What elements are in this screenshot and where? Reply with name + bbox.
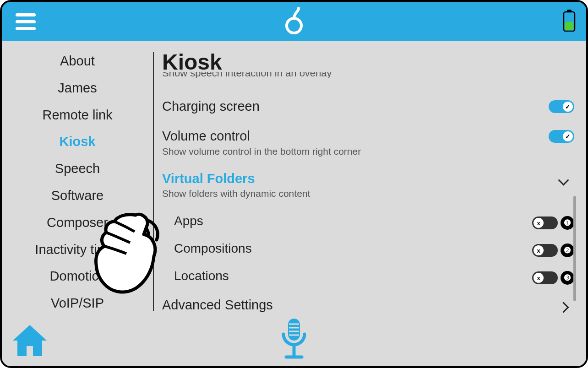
callout-badge-3: ❸ bbox=[561, 271, 574, 285]
setting-label: Charging screen bbox=[162, 98, 260, 114]
page-title: Kiosk bbox=[162, 49, 577, 75]
settings-sidebar: About James Remote link Kiosk Speech Sof… bbox=[2, 53, 153, 311]
svg-point-0 bbox=[287, 18, 301, 33]
sidebar-item-about[interactable]: About bbox=[2, 53, 153, 69]
setting-virtual-folders[interactable]: Virtual Folders Show folders with dynami… bbox=[162, 165, 577, 208]
sidebar-item-kiosk[interactable]: Kiosk bbox=[2, 134, 153, 150]
battery-icon bbox=[562, 10, 576, 33]
toggle-apps[interactable] bbox=[532, 216, 558, 229]
previous-item-subtitle: Show speech interaction in an overlay bbox=[162, 72, 577, 78]
sidebar-item-domotics[interactable]: Domotics bbox=[2, 268, 153, 284]
toggle-charging-screen[interactable] bbox=[549, 100, 574, 113]
svg-rect-3 bbox=[565, 22, 573, 30]
toggle-compositions[interactable] bbox=[532, 244, 558, 257]
sidebar-item-james[interactable]: James bbox=[2, 80, 153, 96]
app-body: About James Remote link Kiosk Speech Sof… bbox=[2, 41, 586, 366]
chevron-down-icon bbox=[558, 175, 569, 186]
setting-vfolder-apps[interactable]: Apps ❶ bbox=[162, 207, 577, 235]
sidebar-item-inactivity-timer[interactable]: Inactivity timer bbox=[2, 242, 153, 258]
setting-label: Locations bbox=[174, 269, 229, 283]
setting-label: Advanced Settings bbox=[162, 297, 273, 313]
setting-vfolder-compositions[interactable]: Compositions ❷ bbox=[162, 235, 577, 262]
settings-content: Kiosk Show speech interaction in an over… bbox=[162, 49, 577, 316]
toggle-volume-control[interactable] bbox=[549, 130, 574, 143]
home-button[interactable] bbox=[10, 322, 49, 362]
microphone-button[interactable] bbox=[279, 317, 309, 363]
setting-volume-control[interactable]: Volume control Show volume control in th… bbox=[162, 123, 577, 165]
sidebar-item-speech[interactable]: Speech bbox=[2, 161, 153, 177]
sidebar-item-voip-sip[interactable]: VoIP/SIP bbox=[2, 295, 153, 311]
sidebar-divider bbox=[153, 52, 154, 311]
sidebar-item-composer[interactable]: Composer bbox=[2, 215, 153, 231]
callout-badge-1: ❶ bbox=[561, 216, 574, 230]
toggle-locations[interactable] bbox=[532, 271, 558, 284]
setting-subtitle: Show folders with dynamic content bbox=[162, 188, 310, 199]
scrollbar[interactable] bbox=[573, 196, 576, 301]
chevron-right-icon bbox=[558, 302, 569, 313]
setting-label: Volume control bbox=[162, 128, 361, 144]
sidebar-item-remote-link[interactable]: Remote link bbox=[2, 107, 153, 123]
menu-button[interactable] bbox=[13, 9, 38, 34]
setting-advanced-settings[interactable]: Advanced Settings bbox=[162, 290, 577, 316]
app-header bbox=[2, 2, 586, 41]
setting-label: Compositions bbox=[174, 241, 252, 256]
callout-badge-2: ❷ bbox=[561, 244, 574, 257]
setting-charging-screen[interactable]: Charging screen bbox=[162, 93, 577, 123]
setting-vfolder-locations[interactable]: Locations ❸ bbox=[162, 262, 577, 290]
app-logo-icon bbox=[285, 6, 303, 37]
svg-rect-4 bbox=[288, 319, 300, 341]
app-frame: About James Remote link Kiosk Speech Sof… bbox=[0, 0, 588, 368]
sidebar-item-software[interactable]: Software bbox=[2, 188, 153, 204]
setting-label: Apps bbox=[174, 214, 203, 228]
setting-subtitle: Show volume control in the bottom right … bbox=[162, 146, 361, 157]
setting-label: Virtual Folders bbox=[162, 171, 310, 187]
